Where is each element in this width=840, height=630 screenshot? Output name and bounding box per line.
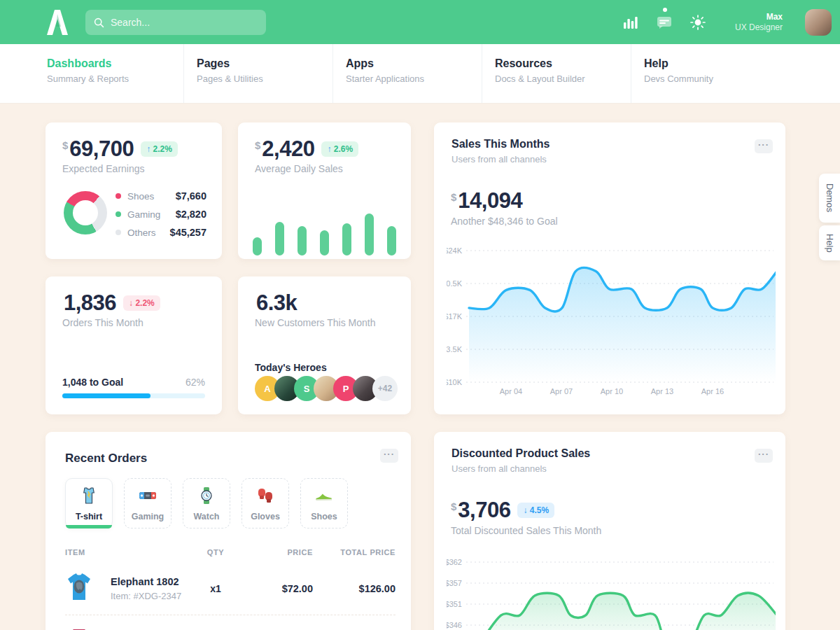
legend-value: $2,820 bbox=[176, 209, 206, 220]
user-avatar[interactable] bbox=[805, 9, 832, 36]
svg-text:Apr 10: Apr 10 bbox=[601, 387, 623, 396]
mini-bar bbox=[275, 222, 284, 255]
category-tab-label: Watch bbox=[193, 512, 219, 522]
earnings-legend: Shoes $7,660 Gaming $2,820 Others $45,25… bbox=[115, 187, 206, 241]
category-tab-label: T-shirt bbox=[76, 512, 102, 522]
mini-bar bbox=[320, 230, 329, 255]
discounted-sales-card: Discounted Product Sales Users from all … bbox=[434, 432, 785, 630]
daily-sales-value: 2,420 bbox=[262, 138, 314, 160]
category-tab-watch[interactable]: Watch bbox=[183, 478, 230, 528]
sales-month-value: 14,094 bbox=[458, 190, 522, 211]
avatar-more-count[interactable]: +42 bbox=[372, 376, 398, 401]
svg-text:Apr 04: Apr 04 bbox=[500, 387, 522, 396]
brightness-icon[interactable] bbox=[689, 13, 707, 31]
orders-progress-bar bbox=[62, 393, 205, 398]
card-menu-button[interactable]: ··· bbox=[380, 449, 398, 463]
svg-text:$13.5K: $13.5K bbox=[447, 345, 463, 354]
card-title: Sales This Months bbox=[451, 138, 550, 150]
app-logo[interactable] bbox=[46, 10, 78, 35]
category-tab-t-shirt[interactable]: T-shirt bbox=[65, 478, 113, 528]
legend-dot-icon bbox=[115, 230, 121, 235]
discounted-value: 3,706 bbox=[458, 499, 510, 521]
legend-dot-icon bbox=[115, 193, 121, 199]
product-qty: x1 bbox=[194, 583, 237, 594]
legend-name: Shoes bbox=[127, 191, 154, 202]
search-bar[interactable] bbox=[85, 10, 266, 35]
daily-sales-label: Average Daily Sales bbox=[255, 163, 343, 174]
watch-icon bbox=[197, 486, 216, 508]
category-tab-gaming[interactable]: Gaming bbox=[124, 478, 172, 528]
shoes-icon bbox=[314, 486, 334, 508]
category-tab-label: Gaming bbox=[132, 512, 164, 522]
search-input[interactable] bbox=[111, 17, 258, 28]
category-tab-gloves[interactable]: Gloves bbox=[241, 478, 289, 528]
earnings-value: 69,700 bbox=[69, 138, 134, 160]
earnings-label: Expected Earnings bbox=[62, 163, 145, 174]
orders-table: Elephant 1802 Item: #XDG-2347 x1 $72.00 … bbox=[65, 562, 396, 630]
orders-delta-badge: ↓ 2.2% bbox=[123, 295, 160, 311]
analytics-icon[interactable] bbox=[622, 13, 640, 31]
messages-icon[interactable] bbox=[655, 13, 673, 31]
sales-this-month-card: Sales This Months Users from all channel… bbox=[434, 122, 785, 414]
currency-sign: $ bbox=[451, 191, 456, 203]
heroes-title: Today's Heroes bbox=[255, 362, 327, 373]
earnings-donut-chart bbox=[64, 191, 107, 234]
search-icon bbox=[94, 18, 104, 28]
mini-bar bbox=[298, 226, 307, 255]
card-subtitle: Users from all channels bbox=[451, 463, 547, 474]
user-role: UX Designer bbox=[735, 22, 783, 33]
heroes-avatar-stack: ASP+42 bbox=[255, 376, 398, 401]
average-daily-sales-card: $ 2,420 ↑ 2.6% Average Daily Sales bbox=[238, 122, 411, 259]
card-menu-button[interactable]: ··· bbox=[755, 139, 773, 153]
category-tab-label: Gloves bbox=[251, 512, 280, 522]
legend-row-others: Others $45,257 bbox=[115, 223, 206, 241]
column-header-item: ITEM bbox=[65, 548, 194, 556]
discounted-delta-badge: ↓ 4.5% bbox=[517, 503, 554, 518]
orders-value: 1,836 bbox=[64, 292, 116, 314]
svg-text:Apr 07: Apr 07 bbox=[550, 387, 573, 396]
category-tab-label: Shoes bbox=[311, 512, 337, 522]
user-info: Max UX Designer bbox=[735, 12, 783, 33]
svg-text:$24K: $24K bbox=[447, 246, 463, 255]
nav-item-help[interactable]: Help Devs Community bbox=[631, 44, 780, 103]
discounted-label: Total Discounted Sales This Month bbox=[451, 525, 601, 536]
legend-value: $45,257 bbox=[170, 227, 206, 238]
mini-bar bbox=[387, 226, 396, 255]
nav-item-pages[interactable]: Pages Pages & Utilities bbox=[183, 44, 332, 103]
svg-text:$10K: $10K bbox=[447, 378, 463, 386]
svg-text:$351: $351 bbox=[447, 600, 462, 608]
category-tab-shoes[interactable]: Shoes bbox=[300, 478, 348, 528]
product-total: $126.00 bbox=[313, 583, 396, 594]
orders-goal-percent: 62% bbox=[186, 377, 205, 388]
table-row-elephant-1802[interactable]: Elephant 1802 Item: #XDG-2347 x1 $72.00 … bbox=[65, 562, 396, 615]
nav-item-sublabel: Docs & Layout Builder bbox=[495, 74, 631, 84]
table-header: ITEMQTYPRICETOTAL PRICE bbox=[65, 548, 396, 556]
nav-item-label: Apps bbox=[346, 57, 482, 70]
side-tab-help[interactable]: Help bbox=[819, 225, 840, 260]
nav-item-apps[interactable]: Apps Starter Applications bbox=[332, 44, 482, 103]
legend-name: Gaming bbox=[127, 209, 160, 220]
nav-item-sublabel: Starter Applications bbox=[346, 74, 482, 84]
recent-orders-card: Recent Orders ··· T-shirt Gaming Watch G… bbox=[46, 432, 411, 630]
card-menu-button[interactable]: ··· bbox=[755, 449, 773, 463]
legend-row-shoes: Shoes $7,660 bbox=[115, 187, 206, 205]
product-code: Item: #XDG-2347 bbox=[111, 591, 181, 601]
svg-text:$357: $357 bbox=[447, 579, 462, 587]
app-header: Max UX Designer bbox=[0, 0, 840, 44]
currency-sign: $ bbox=[62, 139, 68, 151]
table-row-red-laga[interactable]: Red Laga bbox=[65, 615, 396, 630]
product-name: Elephant 1802 bbox=[111, 576, 179, 587]
nav-item-label: Dashboards bbox=[47, 57, 183, 70]
sales-line-chart: $24K$20.5K$17K$13.5K$10KApr 04Apr 07Apr … bbox=[447, 241, 776, 401]
card-title: Recent Orders bbox=[65, 451, 147, 465]
svg-text:$17K: $17K bbox=[447, 312, 463, 321]
side-tab-demos[interactable]: Demos bbox=[819, 174, 840, 223]
legend-dot-icon bbox=[115, 211, 121, 217]
customers-value: 6.3k bbox=[256, 292, 297, 314]
tshirt-icon bbox=[79, 486, 99, 508]
mini-bar bbox=[365, 214, 374, 255]
nav-item-dashboards[interactable]: Dashboards Summary & Reports bbox=[47, 44, 183, 103]
legend-value: $7,660 bbox=[176, 190, 206, 202]
nav-item-resources[interactable]: Resources Docs & Layout Builder bbox=[482, 44, 631, 103]
orders-label: Orders This Month bbox=[62, 317, 144, 328]
